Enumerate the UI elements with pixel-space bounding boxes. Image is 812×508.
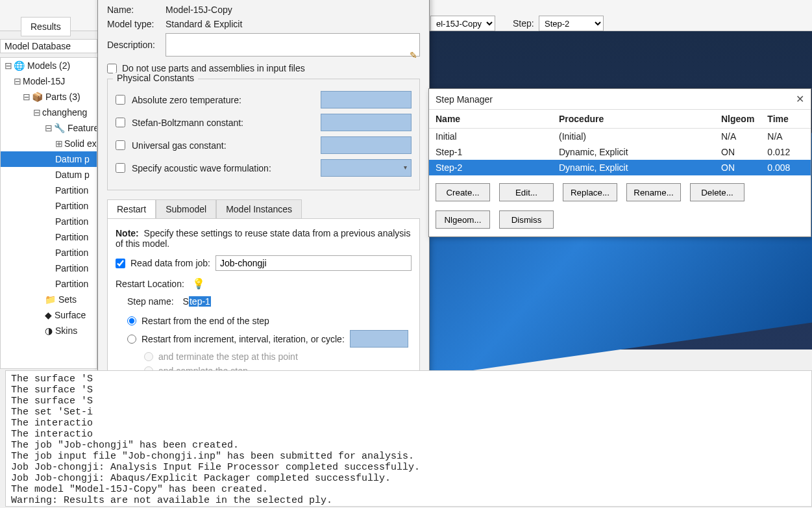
nlgeom-button[interactable]: Nlgeom... <box>436 210 490 229</box>
desc-label: Description: <box>107 40 166 50</box>
tip-icon[interactable]: 💡 <box>192 277 205 290</box>
radio-restart-end[interactable] <box>127 316 136 325</box>
step-manager-dialog: Step Manager ✕ Name Procedure Nlgeom Tim… <box>428 88 811 237</box>
acoustic-label: Specify acoustic wave formulation: <box>132 163 314 173</box>
tab-results[interactable]: Results <box>21 17 71 36</box>
stepname-label: Step name: <box>127 296 174 307</box>
restart-location-label: Restart Location: <box>116 279 184 289</box>
checkbox-stefan[interactable] <box>116 118 125 127</box>
message-log[interactable]: The surface 'S The surface 'S The surfac… <box>5 370 812 507</box>
tab-submodel[interactable]: Submodel <box>156 199 216 218</box>
physical-constants-title: Physical Constants <box>113 73 198 83</box>
read-data-label: Read data from job: <box>130 258 210 268</box>
type-value: Standard & Explicit <box>166 19 420 29</box>
delete-button[interactable]: Delete... <box>690 183 744 201</box>
step-name-input[interactable]: Step-1 <box>179 294 412 309</box>
tree-feature-item[interactable]: Partition <box>1 276 97 292</box>
table-row-selected[interactable]: Step-2Dynamic, ExplicitON0.008 <box>429 160 811 175</box>
checkbox-ugc[interactable] <box>116 140 125 150</box>
edit-button[interactable]: Edit... <box>499 183 554 201</box>
tree-feature-item[interactable]: Partition <box>1 229 97 245</box>
stefan-input[interactable] <box>321 114 412 131</box>
table-row[interactable]: Step-1Dynamic, ExplicitON0.012 <box>429 144 811 160</box>
ugc-label: Universal gas constant: <box>132 140 314 151</box>
abs-zero-label: Absolute zero temperature: <box>132 95 314 105</box>
replace-button[interactable]: Replace... <box>563 183 617 201</box>
tree-models[interactable]: ⊟🌐 Models (2) <box>1 58 97 73</box>
col-name: Name <box>429 110 552 129</box>
step-table[interactable]: Name Procedure Nlgeom Time Initial(Initi… <box>429 110 811 175</box>
tab-restart[interactable]: Restart <box>107 199 156 218</box>
checkbox-abs-zero[interactable] <box>116 95 125 105</box>
radio-terminate-label: and terminate the step at this point <box>158 351 298 362</box>
col-procedure: Procedure <box>552 110 715 129</box>
step-manager-title: Step Manager <box>436 94 493 105</box>
radio-restart-end-label: Restart from the end of the step <box>141 316 269 326</box>
name-label: Name: <box>107 5 166 15</box>
tree-feature-item[interactable]: Partition <box>1 214 97 229</box>
dismiss-button[interactable]: Dismiss <box>499 210 554 229</box>
tree-feature-item[interactable]: Datum p <box>1 167 97 183</box>
job-name-input[interactable] <box>215 255 412 271</box>
checkbox-dont-use-parts[interactable] <box>107 64 117 73</box>
tree-skins[interactable]: ◑ Skins <box>1 323 97 338</box>
create-button[interactable]: Create... <box>436 183 490 201</box>
restart-note: Note: Specify these settings to reuse st… <box>116 228 412 249</box>
tree-feature-item[interactable]: Partition <box>1 198 97 214</box>
stefan-label: Stefan-Boltzmann constant: <box>132 118 314 128</box>
dont-use-label: Do not use parts and assemblies in input… <box>122 63 305 73</box>
tree-feature-item[interactable]: Partition <box>1 260 97 276</box>
type-label: Model type: <box>107 19 166 29</box>
ugc-input[interactable] <box>321 136 412 154</box>
tree-feature-item[interactable]: ⊞Solid ex <box>1 136 97 151</box>
tree-surfaces[interactable]: ◆ Surface <box>1 307 97 323</box>
step-select[interactable]: Step-2 <box>539 16 604 31</box>
step-label: Step: <box>513 18 534 29</box>
tree-features[interactable]: ⊟🔧 Features <box>1 120 97 136</box>
tab-model-instances[interactable]: Model Instances <box>216 199 302 218</box>
rename-button[interactable]: Rename... <box>626 183 681 201</box>
abs-zero-input[interactable] <box>321 91 412 108</box>
model-dialog-tabs: Restart Submodel Model Instances <box>107 199 420 219</box>
tree-part-changheng[interactable]: ⊟changheng <box>1 105 97 120</box>
col-nlgeom: Nlgeom <box>715 110 761 129</box>
checkbox-acoustic[interactable] <box>116 163 125 173</box>
tree-feature-item[interactable]: Partition <box>1 245 97 260</box>
model-tree[interactable]: ⊟🌐 Models (2) ⊟Model-15J ⊟📦 Parts (3) ⊟c… <box>0 57 97 369</box>
increment-input[interactable] <box>350 330 408 348</box>
table-row[interactable]: Initial(Initial)N/AN/A <box>429 129 811 145</box>
physical-constants-group: Physical Constants Absolute zero tempera… <box>107 79 420 190</box>
acoustic-select[interactable]: ▾ <box>321 159 412 177</box>
close-icon[interactable]: ✕ <box>796 93 804 105</box>
tree-feature-item[interactable]: Partition <box>1 183 97 198</box>
model-select[interactable]: el-15J-Copy <box>430 16 495 31</box>
model-database-combo[interactable]: Model Database <box>0 39 97 53</box>
checkbox-read-data[interactable] <box>116 259 125 268</box>
tree-parts[interactable]: ⊟📦 Parts (3) <box>1 89 97 105</box>
tree-feature-datum-selected[interactable]: Datum p <box>1 151 97 167</box>
edit-description-icon[interactable]: ✎ <box>410 50 417 60</box>
tree-model[interactable]: ⊟Model-15J <box>1 73 97 89</box>
restart-tab-body: Note: Specify these settings to reuse st… <box>107 219 420 387</box>
col-time: Time <box>761 110 811 129</box>
radio-restart-increment-label: Restart from increment, interval, iterat… <box>141 334 345 344</box>
name-value: Model-15J-Copy <box>166 5 420 15</box>
description-input[interactable] <box>166 33 420 57</box>
radio-terminate <box>144 352 153 361</box>
radio-restart-increment[interactable] <box>127 335 136 344</box>
tree-sets[interactable]: 📁 Sets <box>1 292 97 307</box>
